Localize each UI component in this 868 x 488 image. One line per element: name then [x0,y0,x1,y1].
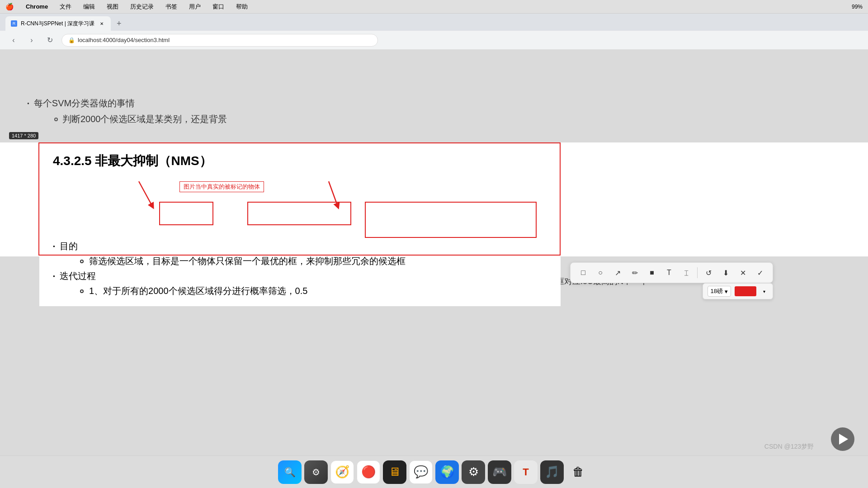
iter-sub1: 1、对于所有的2000个候选区域得分进行概率筛选，0.5 [53,285,547,297]
iter-text1: 1、对于所有的2000个候选区域得分进行概率筛选，0.5 [89,285,307,297]
menubar: 🍎 Chrome 文件 编辑 视图 历史记录 书签 用户 窗口 帮助 99% [0,0,868,14]
tab-favicon: R [11,20,17,27]
dock-chrome[interactable]: 🔴 [357,460,380,484]
text-tool[interactable]: T [663,266,675,279]
reload-button[interactable]: ↻ [43,34,56,47]
dock-finder[interactable]: 🔍 [278,460,302,484]
subbullet-judge: 判断2000个候选区域是某类别，还是背景 [27,113,841,125]
toolbar-row2: 18磅 ▾ ▾ [703,283,773,299]
iter-bullet: ● 迭代过程 [53,270,547,282]
nms-title: 4.3.2.5 非最大抑制（NMS） [53,152,547,170]
menubar-right: 99% [852,4,863,10]
dock-music[interactable]: 🎵 [540,460,564,484]
toolbar-separator [697,267,698,278]
csdn-watermark: CSDN @123梦野 [764,443,814,451]
url-text: localhost:4000/day04/section3.html [78,37,170,43]
purpose-sub: 筛选候选区域，目标是一个物体只保留一个最优的框，来抑制那些冗余的候选框 [53,255,547,267]
dimension-badge: 1417 * 280 [9,132,38,139]
svg-line-0 [139,181,152,206]
nms-section: 4.3.2.5 非最大抑制（NMS） 图片当中真实的被标记的物体 [39,143,561,306]
menu-edit[interactable]: 编辑 [81,2,97,12]
menu-user[interactable]: 用户 [187,2,203,12]
menu-view[interactable]: 视图 [105,2,120,12]
subbullet-judge-text: 判断2000个候选区域是某类别，还是背景 [62,113,227,125]
font-size-chevron: ▾ [725,288,728,295]
font-size-label: 18磅 [711,287,723,295]
addressbar: ‹ › ↻ 🔒 localhost:4000/day04/section3.ht… [0,31,868,50]
play-triangle-icon [839,434,848,445]
menu-bookmarks[interactable]: 书签 [164,2,179,12]
battery-percent: 99% [852,4,863,10]
dock-text[interactable]: T [514,460,538,484]
dock-msg[interactable]: 💬 [409,460,433,484]
top-section: ● 每个SVM分类器做的事情 判断2000个候选区域是某类别，还是背景 [0,93,868,132]
browser-window: R R-CNN与SPPNet | 深度学习课 ✕ + ‹ › ↻ 🔒 local… [0,14,868,488]
nms-frame-1 [159,202,213,225]
nms-frame-3 [365,202,537,238]
address-box[interactable]: 🔒 localhost:4000/day04/section3.html [61,34,378,47]
color-swatch[interactable] [735,286,756,296]
menu-window[interactable]: 窗口 [211,2,226,12]
menu-help[interactable]: 帮助 [234,2,250,12]
menu-chrome[interactable]: Chrome [24,2,50,11]
tabbar: R R-CNN与SPPNet | 深度学习课 ✕ + [0,14,868,31]
label-box: 图片当中真实的被标记的物体 [179,181,264,192]
dock-settings[interactable]: ⚙ [462,460,485,484]
nms-frame-2 [247,202,351,225]
apple-menu[interactable]: 🍎 [5,3,14,11]
purpose-label: 目的 [60,240,78,252]
fill-tool[interactable]: ■ [646,266,658,279]
bullet-svm-text: 每个SVM分类器做的事情 [34,97,135,109]
purpose-bullet: ● 目的 [53,240,547,252]
dock-launchpad[interactable]: ⚙ [304,460,328,484]
back-button[interactable]: ‹ [7,34,20,47]
bullet-svm: ● 每个SVM分类器做的事情 [27,97,841,109]
active-tab[interactable]: R R-CNN与SPPNet | 深度学习课 ✕ [5,16,111,31]
circle-tool[interactable]: ○ [594,266,607,279]
tab-close-button[interactable]: ✕ [98,20,105,27]
highlight-tool[interactable]: ⌶ [680,266,693,279]
download-tool[interactable]: ⬇ [719,266,732,279]
page-content: ● 每个SVM分类器做的事情 判断2000个候选区域是某类别，还是背景 4.3.… [0,50,868,488]
nms-diagram: 图片当中真实的被标记的物体 [53,177,547,236]
close-tool[interactable]: ✕ [736,266,749,279]
play-button[interactable] [831,427,854,451]
dock-world[interactable]: 🌍 [435,460,459,484]
dock-game[interactable]: 🎮 [488,460,511,484]
rect-tool[interactable]: □ [577,266,590,279]
undo-tool[interactable]: ↺ [702,266,715,279]
menu-history[interactable]: 历史记录 [128,2,156,12]
dock: 🔍 ⚙ 🧭 🔴 🖥 💬 🌍 ⚙ 🎮 T 🎵 🗑 [0,455,868,488]
dock-trash[interactable]: 🗑 [566,460,590,484]
dock-pc[interactable]: 🖥 [383,460,406,484]
dock-safari[interactable]: 🧭 [330,460,354,484]
arrow-tool[interactable]: ↗ [611,266,624,279]
pencil-tool[interactable]: ✏ [628,266,641,279]
confirm-tool[interactable]: ✓ [754,266,766,279]
new-tab-button[interactable]: + [113,17,125,30]
tab-title: R-CNN与SPPNet | 深度学习课 [21,20,94,28]
iter-label: 迭代过程 [60,270,96,282]
lock-icon: 🔒 [68,37,75,43]
menu-file[interactable]: 文件 [58,2,73,12]
forward-button[interactable]: › [25,34,38,47]
purpose-text: 筛选候选区域，目标是一个物体只保留一个最优的框，来抑制那些冗余的候选框 [89,255,406,267]
annotation-toolbar: □ ○ ↗ ✏ ■ T ⌶ ↺ ⬇ ✕ ✓ [570,262,773,283]
color-dropdown[interactable]: ▾ [760,286,768,296]
font-size-select[interactable]: 18磅 ▾ [708,286,731,297]
